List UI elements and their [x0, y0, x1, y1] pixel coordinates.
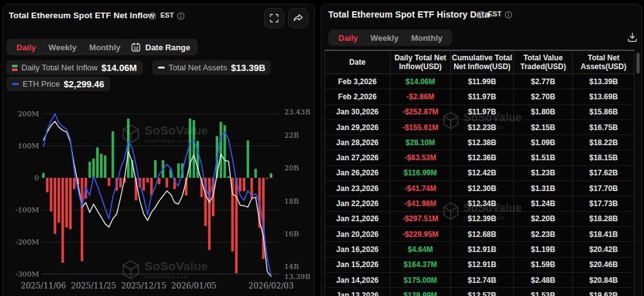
- cell-cumulative: $12.39B: [451, 212, 514, 226]
- cell-cumulative: $12.23B: [451, 120, 514, 134]
- cell-inflow: $129.99M: [391, 288, 452, 296]
- timezone-badge: EST: [160, 11, 174, 19]
- table-row: Feb 3,2026$14.06M$11.99B$2.77B$13.39B: [325, 74, 634, 89]
- column-header: Cumulative TotalNet Inflow(USD): [451, 51, 514, 74]
- cell-assets: $20.46B: [573, 258, 634, 272]
- assets-line-icon: [158, 67, 165, 69]
- cell-cumulative: $12.91B: [451, 242, 514, 256]
- cell-inflow: $28.10M: [391, 135, 452, 150]
- cell-inflow: -$297.51M: [391, 212, 452, 226]
- cell-cumulative: $12.74B: [451, 273, 514, 287]
- table-body: Feb 3,2026$14.06M$11.99B$2.77B$13.39BFeb…: [325, 74, 634, 296]
- legend-value: $2,299.46: [64, 79, 104, 89]
- legend-eth-price[interactable]: ETH Price $2,299.46: [6, 77, 110, 91]
- cell-assets: $20.42B: [573, 242, 634, 256]
- cell-assets: $18.22B: [573, 135, 634, 150]
- cell-traded: $1.23B: [514, 166, 574, 180]
- table-row: Jan 14,2026$175.00M$12.74B$2.48B$20.84B: [325, 273, 634, 288]
- cell-cumulative: $12.30B: [451, 181, 514, 195]
- cell-traded: $1.24B: [514, 196, 574, 211]
- cell-assets: $15.86B: [573, 105, 634, 119]
- table-row: Jan 28,2026$28.10M$12.38B$1.09B$18.22B: [325, 135, 634, 150]
- table-row: Jan 29,2026-$155.61M$12.23B$2.15B$16.75B: [325, 120, 634, 135]
- table-row: Jan 15,2026$164.37M$12.91B$1.59B$20.46B: [325, 258, 634, 273]
- tab-daily[interactable]: Daily: [332, 33, 364, 43]
- cell-date: Jan 15,2026: [325, 258, 391, 272]
- tab-monthly[interactable]: Monthly: [405, 33, 449, 43]
- cell-date: Jan 22,2026: [325, 196, 391, 211]
- date-range-label: Date Range: [145, 43, 191, 52]
- cell-inflow: $164.37M: [391, 258, 452, 272]
- date-range-button[interactable]: 12 Date Range: [123, 39, 198, 55]
- legend-daily-net-inflow[interactable]: Daily Total Net Inflow $14.06M: [6, 60, 143, 75]
- cell-traded: $2.23B: [514, 227, 574, 241]
- fullscreen-icon: [269, 13, 279, 23]
- fullscreen-button[interactable]: [264, 8, 284, 28]
- cell-traded: $1.31B: [514, 181, 574, 195]
- cell-traded: $2.77B: [514, 74, 574, 89]
- cell-inflow: -$41.98M: [391, 196, 452, 211]
- column-header: Date: [325, 51, 391, 74]
- cell-assets: $13.39B: [573, 74, 634, 89]
- cell-cumulative: $12.91B: [451, 258, 514, 272]
- cell-assets: $17.70B: [573, 181, 634, 195]
- cell-cumulative: $12.38B: [451, 135, 514, 150]
- cell-date: Jan 21,2026: [325, 212, 391, 226]
- cell-assets: $16.75B: [573, 120, 634, 134]
- tab-monthly[interactable]: Monthly: [83, 43, 127, 52]
- cell-inflow: $116.99M: [391, 166, 452, 180]
- cell-inflow: $14.06M: [391, 74, 452, 89]
- tab-daily[interactable]: Daily: [10, 43, 42, 52]
- timezone-badge: EST: [488, 10, 501, 18]
- download-icon[interactable]: [626, 31, 638, 43]
- eth-price-line-icon: [12, 83, 19, 85]
- cell-traded: $2.20B: [514, 212, 574, 226]
- table-header-row: DateDaily Total NetInflow(USD)Cumulative…: [325, 51, 634, 74]
- table-row: Feb 2,2026-$2.86M$11.97B$2.70B$13.69B: [325, 89, 634, 104]
- legend-total-net-assets[interactable]: Total Net Assets $13.39B: [152, 60, 271, 75]
- tab-weekly[interactable]: Weekly: [364, 33, 405, 43]
- cell-inflow: -$252.87M: [391, 105, 452, 119]
- cell-inflow: -$2.86M: [391, 89, 452, 104]
- cell-assets: $19.62B: [573, 288, 634, 296]
- info-icon[interactable]: [476, 11, 484, 19]
- svg-text:12: 12: [133, 46, 138, 50]
- cell-date: Jan 28,2026: [325, 135, 391, 150]
- cell-assets: $18.41B: [573, 227, 634, 241]
- cell-date: Jan 23,2026: [325, 181, 391, 195]
- cell-inflow: -$41.74M: [391, 181, 452, 195]
- info-icon[interactable]: [177, 12, 185, 20]
- tab-weekly[interactable]: Weekly: [42, 43, 83, 52]
- cell-cumulative: $12.36B: [451, 150, 514, 165]
- cell-date: Jan 30,2026: [325, 105, 391, 119]
- cell-inflow: $175.00M: [391, 273, 452, 287]
- cell-inflow: $4.64M: [391, 242, 452, 256]
- cell-cumulative: $12.34B: [451, 196, 514, 211]
- table-scrollbar-thumb[interactable]: [636, 53, 640, 74]
- cell-date: Jan 27,2026: [325, 150, 391, 165]
- info-icon[interactable]: [148, 12, 157, 20]
- legend-label: Daily Total Net Inflow: [21, 63, 97, 72]
- cell-assets: $18.15B: [573, 150, 634, 165]
- right-panel-title: Total Ethereum Spot ETF History Data: [328, 9, 489, 19]
- cell-date: Jan 16,2026: [325, 242, 391, 256]
- cell-date: Feb 2,2026: [325, 89, 391, 104]
- cell-assets: $20.84B: [573, 273, 634, 287]
- share-button[interactable]: [288, 8, 308, 28]
- cell-assets: $18.28B: [573, 212, 634, 226]
- cell-inflow: -$155.61M: [391, 120, 452, 134]
- table-row: Jan 27,2026-$63.53M$12.36B$1.51B$18.15B: [325, 150, 634, 165]
- column-header: Total NetAssets(USD): [573, 51, 634, 74]
- table-row: Jan 23,2026-$41.74M$12.30B$1.31B$17.70B: [325, 181, 634, 196]
- cell-traded: $2.70B: [514, 89, 574, 104]
- legend-value: $14.06M: [101, 63, 136, 73]
- cell-date: Feb 3,2026: [325, 74, 391, 89]
- left-interval-tabs: Daily Weekly Monthly: [6, 39, 130, 55]
- cell-cumulative: $11.99B: [451, 74, 514, 89]
- cell-cumulative: $11.97B: [451, 105, 514, 119]
- cell-assets: $17.62B: [573, 166, 634, 180]
- cell-date: Jan 14,2026: [325, 273, 391, 287]
- info-icon[interactable]: [504, 11, 513, 19]
- cell-inflow: -$63.53M: [391, 150, 452, 165]
- cell-traded: $2.15B: [514, 120, 574, 134]
